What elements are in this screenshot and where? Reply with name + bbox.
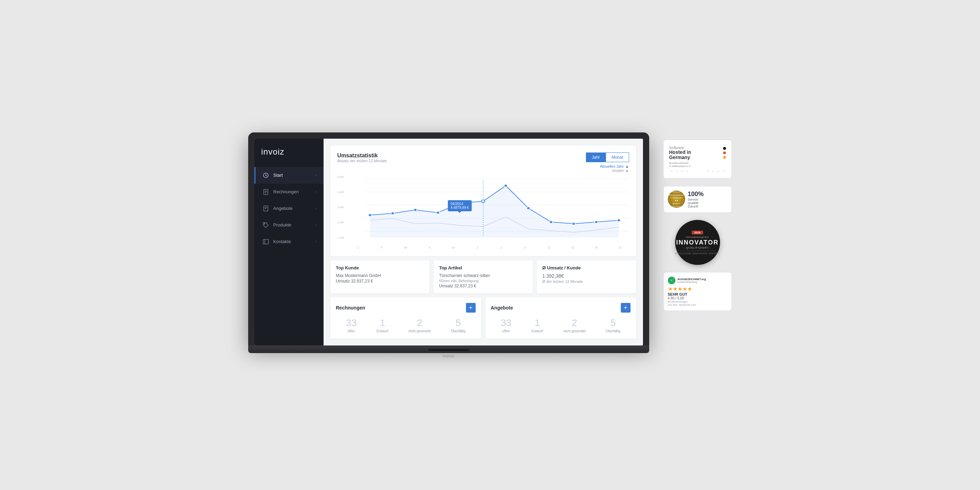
rechnungen-add-button[interactable]: + [466,303,476,313]
rating-reviews: 60 Bewertungen [668,300,727,303]
x-label-a2: A [520,246,530,249]
top-artikel-umsatz: Umsatz 32.837,23 € [439,283,527,288]
quality-percent: 100% [688,191,704,198]
main-content: Umsatzstatistik Absatz der letzten 12 Mo… [323,138,643,345]
angebote-offen-number: 33 [501,318,511,328]
rating-badge-name: AUSGEZEICHNET.org [678,278,706,281]
top-artikel-desc: 65mm inkl. Befestigung [439,279,527,283]
svg-point-18 [391,212,395,215]
svg-point-30 [671,170,672,172]
sidebar-item-kontakte[interactable]: Kontakte › [255,234,323,250]
avg-umsatz-card: Ø Umsatz / Kunde 1.392,38€ Ø der letzten… [537,260,636,293]
top-artikel-name: Türscharnier schwarz-silber [439,273,527,278]
svg-point-36 [718,170,719,172]
innovator-year: 2016 [692,231,703,234]
dot-black [723,147,726,150]
sidebar-label-start: Start [274,173,316,178]
chart-title-group: Umsatzstatistik Absatz der letzten 12 Mo… [337,153,387,167]
svg-point-20 [436,211,440,214]
svg-point-32 [681,170,683,172]
dot-red [723,151,726,154]
link-prev-year[interactable]: Vorjahr ▲ [612,169,629,173]
tooltip-month: 04/2014 [451,202,469,206]
x-label-a1: A [425,246,435,249]
svg-point-17 [368,214,372,216]
rechnungen-offen-number: 33 [346,318,356,328]
scene: invoiz Start › [248,132,732,358]
sidebar-label-kontakte: Kontakte [274,239,316,244]
sidebar-label-rechnungen: Rechnungen [274,189,316,194]
btn-year[interactable]: Jahr [586,153,606,162]
sidebar-item-start[interactable]: Start › [255,167,323,184]
rechnungen-stats: 33 offen 1 Entwurf 2 nicht gesendet [336,318,476,333]
angebote-ueberfaellig-number: 5 [606,318,620,328]
angebote-stat-nicht-gesendet: 2 nicht gesendet [563,318,585,333]
svg-point-26 [572,222,575,225]
rating-badge: ✓ AUSGEZEICHNET.org Kundenbewertung ★★★★… [663,272,732,311]
laptop-screen: invoiz Start › [255,138,643,345]
app-logo: invoiz [255,138,323,167]
sidebar-item-rechnungen[interactable]: Rechnungen › [255,184,323,200]
angebote-stat-offen: 33 offen [501,318,511,333]
laptop-base [248,345,649,353]
top-kunde-card: Top Kunde Max Mustermann GmbH Umsatz 32.… [331,260,430,293]
rating-header: ✓ AUSGEZEICHNET.org Kundenbewertung [668,277,727,284]
chart-subtitle: Absatz der letzten 12 Monate [337,159,387,163]
link-current-year[interactable]: Aktuelles Jahr ▲ [600,164,629,169]
x-label-d: D [615,246,626,249]
rating-check-icon: ✓ [668,277,675,284]
sidebar-item-angebote[interactable]: Angebote › [255,200,323,217]
sidebar-label-produkte: Produkte [274,222,316,228]
innovator-brand: Innovationspreis [686,236,709,238]
innovator-sub: - QUALIFIZIERT - [684,246,711,249]
rechnungen-ueberfaellig-number: 5 [451,318,465,328]
sidebar-nav: Start › Rechnungen › [255,167,323,339]
chart-header: Umsatzstatistik Absatz der letzten 12 Mo… [337,153,629,173]
angebote-entwurf-number: 1 [531,318,543,328]
tooltip-value: 4.6879,89 € [451,206,469,210]
sidebar-label-angebote: Angebote [274,206,316,211]
laptop-notch [428,349,469,351]
angebote-entwurf-label: Entwurf [531,329,543,333]
avg-umsatz-desc: Ø der letzten 12 Monate [542,279,630,283]
innovator-footer: MITTELSTAND. INNOVATION. ZUKUNFT. [675,253,720,255]
svg-point-25 [549,221,553,223]
innovator-badge: 2016 Innovationspreis INNOVATOR - QUALIF… [675,220,720,265]
arrow-icon-2: › [315,190,316,194]
svg-point-27 [595,221,598,223]
angebote-add-button[interactable]: + [621,303,630,313]
angebote-ueberfaellig-label: Überfällig [606,329,620,333]
top-kunde-name: Max Mustermann GmbH [336,273,424,278]
x-label-j3: J [496,246,506,249]
rechnungen-offen-label: offen [346,329,356,333]
rechnungen-card: Rechnungen + 33 offen 1 Entwurf [331,298,481,339]
germany-hosted-label: Hosted in [669,150,691,155]
rechnungen-ueberfaellig-label: Überfällig [451,329,465,333]
btn-month[interactable]: Monat [606,153,629,162]
x-label-n: N [592,246,602,249]
rechnungen-stat-ueberfaellig: 5 Überfällig [451,318,465,333]
chart-title: Umsatzstatistik [337,153,387,159]
svg-point-37 [723,170,724,172]
period-toggle: Jahr Monat [586,153,629,162]
laptop-outer: invoiz Start › [248,132,649,345]
avg-umsatz-title: Ø Umsatz / Kunde [542,265,630,270]
clock-icon [262,172,269,179]
dot-gold [723,156,726,159]
sidebar-item-produkte[interactable]: Produkte › [255,217,323,234]
quality-labels: Service Qualität Zukunft [688,198,704,208]
angebote-title: Angebote [491,305,513,310]
chart-area: 5.000 4.000 3.000 2.000 1.000 [337,175,629,245]
germany-dots [723,147,726,159]
rechnungen-stat-entwurf: 1 Entwurf [377,318,388,333]
germany-badge-content: Software Hosted in Germany Bundesverband… [669,146,726,168]
top-kunde-umsatz: Umsatz 32.837,23 € [336,279,424,283]
info-cards-row: Top Kunde Max Mustermann GmbH Umsatz 32.… [331,260,636,293]
svg-point-19 [414,208,417,211]
x-label-j1: J [353,246,363,249]
germany-country-label: Germany [669,155,691,160]
svg-marker-16 [370,186,619,237]
rechnungen-title: Rechnungen [336,305,365,310]
angebote-offen-label: offen [501,329,511,333]
x-label-f: F [377,246,387,249]
